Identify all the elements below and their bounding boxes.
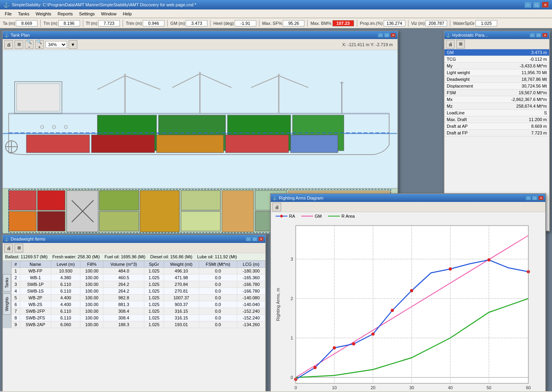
hydro-label: Draft at AP	[444, 123, 490, 130]
hydro-print[interactable]: 🖨	[446, 40, 455, 49]
svg-text:0: 0	[295, 385, 297, 390]
status-label: WaterSpGr	[453, 21, 475, 26]
dw-minimize[interactable]: −	[246, 237, 251, 241]
menu-bar: File Tanks Weights Reports Settings Wind…	[0, 9, 552, 18]
table-row: Deadweight18,767.86 Mt	[444, 76, 549, 83]
righting-title: Righting Arms Diagram	[279, 196, 323, 200]
list-item: 1.025	[144, 308, 164, 315]
dw-summary-item: Diesel oil: 156.86 (Mt)	[150, 254, 192, 259]
print-btn[interactable]: 🖨	[4, 40, 13, 49]
svg-point-51	[280, 215, 283, 217]
dw-summary-item: Fresh water: 258.30 (Mt)	[52, 254, 100, 259]
hydro-value: 11.200 m	[490, 116, 549, 123]
hydro-value: 8.669 m	[490, 123, 549, 130]
tank-plan-maximize[interactable]: □	[384, 33, 390, 37]
dw-close[interactable]: ✕	[258, 237, 264, 241]
list-item: 100.00	[80, 308, 103, 315]
dw-toolbar: 🖨 ⊞	[3, 243, 265, 253]
list-item: 460.5	[103, 274, 144, 281]
maximize-btn[interactable]: □	[533, 2, 540, 8]
hydro-value: -0.112 m	[490, 56, 549, 63]
hydro-label: Mz	[444, 103, 490, 110]
list-item: 881.3	[103, 301, 144, 308]
tank-plan-close[interactable]: ✕	[390, 33, 396, 37]
menu-file[interactable]: File	[2, 11, 15, 17]
status-item-waterspgr: WaterSpGr1.025	[452, 20, 498, 26]
hydro-label: TCG	[444, 56, 490, 63]
weights-tab[interactable]: Weights	[3, 293, 11, 315]
hydro-maximize[interactable]: □	[536, 33, 541, 37]
list-item: SWB-2FP	[20, 308, 51, 315]
minimize-btn[interactable]: −	[524, 2, 531, 8]
zoom-in-btn[interactable]: 🔍+	[35, 40, 44, 49]
menu-tanks[interactable]: Tanks	[15, 11, 33, 17]
ra-close[interactable]: ✕	[538, 196, 544, 200]
menu-window[interactable]: Window	[98, 11, 119, 17]
dw-table: #NameLevel (m)Fill%Volume (m^3)SpGrWeigh…	[11, 261, 265, 328]
table-row: Draft at AP8.669 m	[444, 123, 549, 130]
menu-help[interactable]: Help	[119, 11, 135, 17]
table-row: 9SWB-2AP6.060100.00188.31.025193.010.0-1…	[12, 321, 265, 328]
ra-print[interactable]: 🖨	[272, 203, 281, 211]
table-row: FSM19,567.0 Mt*m	[444, 90, 549, 96]
status-item-heel--deg-: Heel (deg)-1.91	[212, 20, 257, 26]
table-row: 1WB-FP10.930100.00484.01.025496.100.0-18…	[12, 268, 265, 274]
list-item: -166.780	[237, 288, 265, 295]
dw-summary-item: Lube oil: 111.92 (Mt)	[197, 254, 237, 259]
dw-summary-item: Fuel oil: 1695.96 (Mt)	[104, 254, 145, 259]
list-item: 100.00	[80, 315, 103, 321]
tanks-tab[interactable]: Tanks	[3, 274, 11, 291]
zoom-out-btn[interactable]: 🔍−	[25, 40, 34, 49]
status-label: Max. BM%	[310, 21, 331, 26]
list-item: 471.98	[164, 274, 199, 281]
list-item: 1.025	[144, 301, 164, 308]
list-item: 3	[12, 281, 20, 288]
svg-rect-35	[37, 190, 65, 210]
svg-rect-45	[222, 190, 254, 232]
menu-reports[interactable]: Reports	[54, 11, 76, 17]
list-item: 5	[12, 295, 20, 301]
deadweight-title: Deadweight Items	[11, 237, 45, 241]
status-label: GM (m)	[170, 21, 185, 26]
list-item: 0.0	[199, 321, 237, 328]
list-item: 0.0	[199, 281, 237, 288]
list-item: 100.00	[80, 274, 103, 281]
list-item: 6.110	[51, 308, 80, 315]
svg-rect-7	[26, 135, 90, 153]
list-item: 1.025	[144, 315, 164, 321]
svg-rect-42	[140, 190, 179, 232]
status-label: Heel (deg)	[213, 21, 233, 26]
hydro-label: Max. Draft	[444, 116, 490, 123]
list-item: 6.110	[51, 315, 80, 321]
tank-plan-minimize[interactable]: −	[378, 33, 383, 37]
status-value: 107.23	[332, 20, 354, 26]
table-row: Light weight11,956.70 Mt	[444, 69, 549, 76]
ra-minimize[interactable]: −	[526, 196, 531, 200]
hydro-value: -2,862,367.6 Mt*m	[490, 96, 549, 103]
list-item: 270.81	[164, 288, 199, 295]
dw-export[interactable]: ⊞	[15, 244, 23, 252]
hydrostatic-controls: − □ ✕	[530, 33, 548, 37]
hydro-minimize[interactable]: −	[530, 33, 535, 37]
righting-controls: − □ ✕	[526, 196, 544, 200]
menu-weights[interactable]: Weights	[32, 11, 54, 17]
table-row: Mx-2,862,367.6 Mt*m	[444, 96, 549, 103]
dw-maximize[interactable]: □	[252, 237, 257, 241]
hydro-close[interactable]: ✕	[542, 33, 548, 37]
zoom-dropdown-btn[interactable]: ▼	[69, 40, 77, 49]
column-header: Volume (m^3)	[103, 261, 144, 268]
status-value: 8.196	[58, 20, 80, 26]
close-btn[interactable]: ✕	[542, 2, 549, 8]
table-row: Draft at FP7.723 m	[444, 130, 549, 136]
ra-maximize[interactable]: □	[532, 196, 537, 200]
list-item: 982.8	[103, 295, 144, 301]
status-value: 3.473	[186, 20, 207, 26]
status-label: Trim (m)	[126, 21, 142, 26]
zoom-select[interactable]: 25% 34% 50% 75% 100%	[45, 41, 67, 48]
copy-btn[interactable]: ⊞	[15, 40, 23, 49]
svg-rect-43	[181, 190, 220, 210]
svg-rect-54	[296, 226, 528, 383]
hydro-copy[interactable]: ⊞	[456, 40, 465, 49]
dw-print[interactable]: 🖨	[4, 244, 13, 252]
menu-settings[interactable]: Settings	[76, 11, 98, 17]
